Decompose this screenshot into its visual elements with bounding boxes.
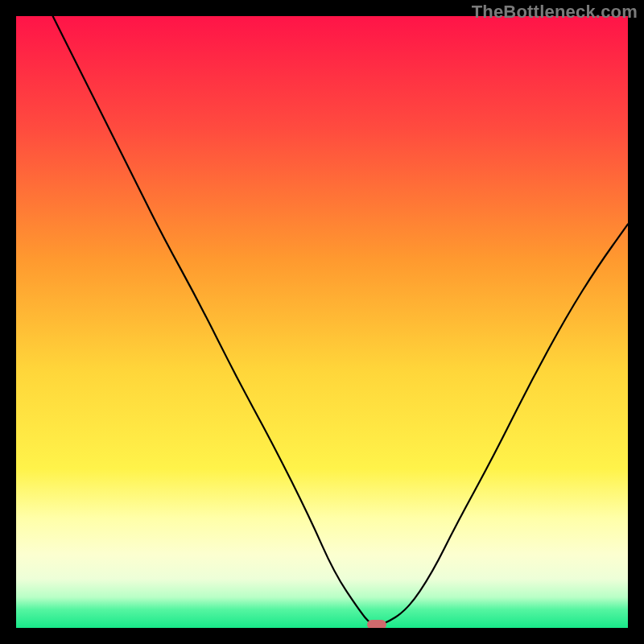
- gradient-background: [16, 16, 628, 628]
- plot-area: [16, 16, 628, 628]
- plot-svg: [16, 16, 628, 628]
- optimum-marker: [367, 620, 386, 628]
- chart-frame: TheBottleneck.com: [0, 0, 644, 644]
